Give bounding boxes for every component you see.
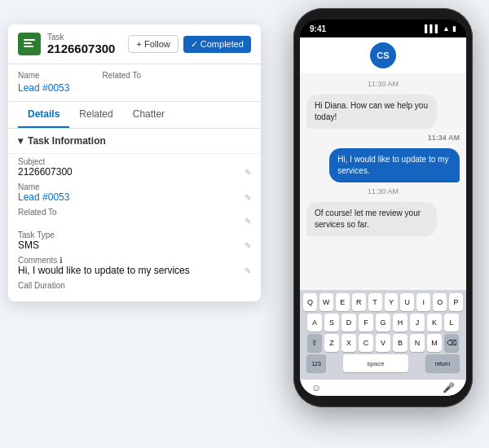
chat-messages: 11:30 AM Hi Diana. How can we help you t… bbox=[300, 73, 466, 290]
edit-icon-related[interactable]: ✎ bbox=[244, 217, 251, 226]
field-label-name: Name bbox=[18, 182, 251, 191]
phone-device: 9:41 ▌▌▌ ▲ ▮ CS 11:30 AM Hi Diana. How c… bbox=[293, 8, 473, 432]
name-label: Name bbox=[18, 71, 69, 80]
related-label: Related To bbox=[102, 71, 141, 80]
field-label-type: Task Type bbox=[18, 231, 251, 239]
crm-meta: Name Lead #0053 Related To bbox=[8, 64, 261, 102]
edit-icon-name[interactable]: ✎ bbox=[244, 193, 251, 202]
svg-rect-2 bbox=[24, 46, 33, 47]
key-x[interactable]: X bbox=[341, 334, 356, 352]
meta-name: Name Lead #0053 bbox=[18, 71, 69, 94]
keyboard-row-2: A S D F G H J K L bbox=[303, 314, 463, 332]
field-value-name: Lead #0053 ✎ bbox=[18, 191, 251, 203]
key-h[interactable]: H bbox=[393, 314, 408, 332]
phone-status-icons: ▌▌▌ ▲ ▮ bbox=[425, 24, 456, 33]
key-p[interactable]: P bbox=[449, 293, 463, 311]
key-n[interactable]: N bbox=[410, 334, 425, 352]
key-return[interactable]: return bbox=[425, 354, 460, 372]
key-j[interactable]: J bbox=[410, 314, 425, 332]
chevron-icon: ▾ bbox=[18, 135, 23, 147]
crm-panel: Task 2126607300 + Follow ✓ Completed Nam… bbox=[8, 24, 261, 301]
field-label-duration: Call Duration bbox=[18, 281, 251, 290]
field-related: Related To ✎ bbox=[18, 208, 251, 226]
key-space[interactable]: space bbox=[343, 354, 408, 372]
key-d[interactable]: D bbox=[341, 314, 356, 332]
key-e[interactable]: E bbox=[336, 293, 350, 311]
msg-time-2: 11:34 AM bbox=[306, 134, 460, 142]
key-v[interactable]: V bbox=[376, 334, 390, 352]
field-subject: Subject 2126607300 ✎ bbox=[18, 157, 251, 178]
key-w[interactable]: W bbox=[319, 293, 333, 311]
key-k[interactable]: K bbox=[427, 314, 442, 332]
key-a[interactable]: A bbox=[307, 314, 322, 332]
key-l[interactable]: L bbox=[444, 314, 459, 332]
battery-icon: ▮ bbox=[452, 24, 456, 33]
edit-icon-subject[interactable]: ✎ bbox=[244, 168, 251, 177]
message-1: Hi Diana. How can we help you today! bbox=[306, 94, 437, 129]
edit-icon-comments[interactable]: ✎ bbox=[244, 266, 251, 275]
message-3: Of course! let me review your services s… bbox=[306, 202, 437, 236]
task-info: Task 2126607300 bbox=[47, 33, 121, 55]
tab-chatter[interactable]: Chatter bbox=[123, 102, 174, 128]
phone-screen: CS 11:30 AM Hi Diana. How can we help yo… bbox=[300, 37, 466, 396]
task-label: Task bbox=[47, 33, 121, 42]
key-g[interactable]: G bbox=[376, 314, 390, 332]
lead-link[interactable]: Lead #0053 bbox=[18, 82, 69, 94]
field-comments: Comments ℹ Hi, I would like to update to… bbox=[18, 256, 251, 276]
field-label-related: Related To bbox=[18, 208, 251, 217]
wifi-icon: ▲ bbox=[443, 24, 450, 33]
phone-bottom-bar: ☺ 🎤 bbox=[300, 380, 466, 396]
key-shift[interactable]: ⇧ bbox=[307, 334, 322, 352]
phone-status-bar: 9:41 ▌▌▌ ▲ ▮ bbox=[300, 20, 466, 37]
keyboard-row-1: Q W E R T Y U I O P bbox=[303, 293, 463, 311]
lead-link-field[interactable]: Lead #0053 bbox=[18, 191, 69, 203]
signal-icon: ▌▌▌ bbox=[425, 24, 440, 33]
phone-outer: 9:41 ▌▌▌ ▲ ▮ CS 11:30 AM Hi Diana. How c… bbox=[293, 8, 473, 407]
field-value-type: SMS ✎ bbox=[18, 239, 251, 251]
key-u[interactable]: U bbox=[400, 293, 414, 311]
crm-fields: Subject 2126607300 ✎ Name Lead #0053 ✎ R… bbox=[8, 154, 261, 301]
section-header: ▾ Task Information bbox=[8, 129, 261, 154]
completed-button[interactable]: ✓ Completed bbox=[183, 36, 251, 53]
field-label-subject: Subject bbox=[18, 157, 251, 166]
key-s[interactable]: S bbox=[324, 314, 339, 332]
message-2: Hi, I would like to update to my service… bbox=[329, 148, 460, 182]
key-b[interactable]: B bbox=[393, 334, 408, 352]
crm-actions: + Follow ✓ Completed bbox=[128, 35, 251, 53]
key-f[interactable]: F bbox=[359, 314, 373, 332]
key-m[interactable]: M bbox=[427, 334, 442, 352]
chat-header: CS bbox=[300, 37, 466, 73]
mic-icon[interactable]: 🎤 bbox=[443, 382, 455, 393]
crm-header: Task 2126607300 + Follow ✓ Completed bbox=[8, 24, 261, 64]
msg-time-1: 11:30 AM bbox=[306, 80, 460, 88]
svg-rect-0 bbox=[24, 39, 35, 41]
avatar: CS bbox=[370, 42, 396, 68]
section-title: Task Information bbox=[28, 135, 106, 147]
key-numbers[interactable]: 123 bbox=[306, 354, 326, 372]
key-o[interactable]: O bbox=[433, 293, 447, 311]
tab-details[interactable]: Details bbox=[18, 102, 69, 128]
field-value-subject: 2126607300 ✎ bbox=[18, 166, 251, 178]
meta-related: Related To bbox=[102, 71, 141, 94]
task-number: 2126607300 bbox=[47, 42, 121, 55]
keyboard-row-3: ⇧ Z X C V B N M ⌫ bbox=[303, 334, 463, 352]
field-duration: Call Duration bbox=[18, 281, 251, 290]
key-c[interactable]: C bbox=[359, 334, 373, 352]
follow-button[interactable]: + Follow bbox=[128, 35, 178, 53]
key-z[interactable]: Z bbox=[324, 334, 339, 352]
field-task-type: Task Type SMS ✎ bbox=[18, 231, 251, 251]
key-delete[interactable]: ⌫ bbox=[444, 334, 459, 352]
edit-icon-type[interactable]: ✎ bbox=[244, 241, 251, 250]
msg-time-3: 11:30 AM bbox=[306, 187, 460, 195]
phone-time: 9:41 bbox=[310, 24, 326, 33]
emoji-icon[interactable]: ☺ bbox=[311, 382, 321, 393]
field-name: Name Lead #0053 ✎ bbox=[18, 182, 251, 203]
key-i[interactable]: I bbox=[416, 293, 430, 311]
tab-related[interactable]: Related bbox=[69, 102, 122, 128]
crm-tabs: Details Related Chatter bbox=[8, 102, 261, 129]
key-t[interactable]: T bbox=[368, 293, 382, 311]
key-y[interactable]: Y bbox=[385, 293, 399, 311]
key-r[interactable]: R bbox=[352, 293, 366, 311]
keyboard-row-bottom: 123 space return bbox=[303, 354, 463, 372]
key-q[interactable]: Q bbox=[303, 293, 317, 311]
